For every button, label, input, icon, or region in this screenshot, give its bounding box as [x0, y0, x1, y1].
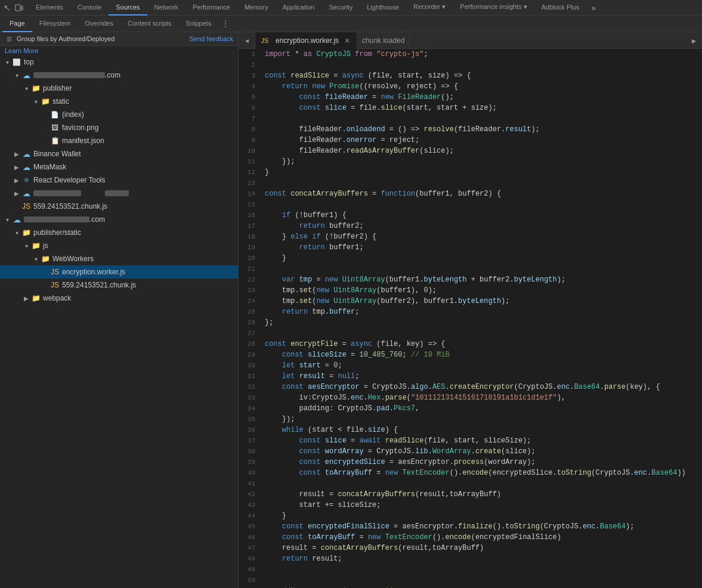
inspect-icon[interactable]: ↖ — [2, 3, 12, 13]
tree-item-domain[interactable]: ▾ ☁ .com — [0, 69, 238, 82]
subtab-snippets[interactable]: Snippets — [178, 16, 218, 32]
code-line-10: 10 fileReader.readAsArrayBuffer(slice); — [239, 146, 702, 156]
code-line-40: 40 const toArrayBuff = new TextEncoder()… — [239, 468, 702, 478]
editor-tab-chunk[interactable]: chunk loaded — [357, 32, 410, 49]
tree-item-js[interactable]: ▾ 📁 js — [0, 239, 238, 252]
subtab-overrides[interactable]: Overrides — [78, 16, 120, 32]
editor-nav-right-icon[interactable]: ▸ — [685, 32, 702, 49]
tree-item-favicon[interactable]: 🖼 favicon.png — [0, 121, 238, 134]
group-header-text: Group files by Authored/Deployed — [17, 35, 115, 42]
sub-tab-more-icon[interactable]: ⋮ — [218, 16, 233, 32]
tree-item-index[interactable]: 📄 (index) — [0, 108, 238, 121]
tab-sources[interactable]: Sources — [109, 0, 147, 16]
svg-rect-1 — [21, 6, 23, 10]
tree-arrow-pub-static: ▾ — [12, 228, 21, 237]
sources-sub-toolbar: Page Filesystem Overrides Content script… — [0, 16, 702, 32]
panel-toggle-icon[interactable]: ◂ — [239, 32, 255, 49]
tree-label-domain3 — [24, 216, 89, 222]
cloud-icon-domain3: ☁ — [12, 215, 21, 224]
tab-performance[interactable]: Performance — [185, 0, 237, 16]
tree-item-pub-static[interactable]: ▾ 📁 publisher/static — [0, 226, 238, 239]
tree-label-domain-ext: .com — [105, 71, 120, 79]
tree-label-top: top — [24, 58, 34, 66]
group-icon: ☰ — [5, 35, 13, 43]
code-line-7: 7 — [239, 113, 702, 124]
tree-item-binance[interactable]: ▶ ☁ Binance Wallet — [0, 147, 238, 160]
code-line-34: 34 padding: CryptoJS.pad.Pkcs7, — [239, 403, 702, 414]
code-line-23: 23 tmp.set(new Uint8Array(buffer1), 0); — [239, 285, 702, 296]
code-line-12: 12 } — [239, 167, 702, 178]
code-line-28: 28 const encryptFile = async (file, key)… — [239, 339, 702, 349]
send-feedback-link[interactable]: Send feedback — [190, 35, 233, 42]
tab-console[interactable]: Console — [70, 0, 109, 16]
learn-more-link[interactable]: Learn More — [0, 46, 238, 55]
code-line-50: 50 — [239, 575, 702, 586]
code-line-46: 46 const toArrayBuff = new TextEncoder()… — [239, 532, 702, 543]
tree-item-domain3[interactable]: ▾ ☁ .com — [0, 213, 238, 226]
tree-label-domain2 — [33, 190, 81, 196]
tab-adblock[interactable]: Adblock Plus — [534, 0, 587, 16]
tree-label-index: (index) — [62, 110, 84, 119]
tree-item-chunk-js[interactable]: JS 559.24153521.chunk.js — [0, 278, 238, 292]
tree-label-js: js — [43, 242, 48, 250]
code-line-21: 21 — [239, 264, 702, 274]
tab-elements[interactable]: Elements — [29, 0, 70, 16]
tree-item-chunk-top[interactable]: JS 559.24153521.chunk.js — [0, 200, 238, 213]
code-line-43: 43 start += sliceSize; — [239, 500, 702, 510]
tree-item-react[interactable]: ▶ ⚛ React Developer Tools — [0, 174, 238, 187]
main-layout: ☰ Group files by Authored/Deployed Send … — [0, 32, 702, 588]
folder-icon-publisher: 📁 — [31, 83, 41, 93]
tab-network[interactable]: Network — [147, 0, 185, 16]
tab-memory[interactable]: Memory — [237, 0, 276, 16]
tab-application[interactable]: Application — [276, 0, 322, 16]
tree-label-metamask: MetaMask — [33, 163, 66, 171]
device-icon[interactable] — [14, 3, 24, 13]
tree-item-webpack[interactable]: ▶ 📁 webpack — [0, 292, 238, 305]
tree-item-encryption-worker[interactable]: JS encryption.worker.js — [0, 265, 238, 278]
code-line-25: 25 return tmp.buffer; — [239, 307, 702, 317]
tree-arrow-domain3: ▾ — [2, 215, 12, 224]
code-line-24: 24 tmp.set(new Uint8Array(buffer2), buff… — [239, 296, 702, 307]
more-tabs-icon[interactable]: » — [586, 0, 601, 16]
tab-lighthouse[interactable]: Lighthouse — [360, 0, 406, 16]
tree-item-publisher[interactable]: ▾ 📁 publisher — [0, 82, 238, 95]
tree-label-react: React Developer Tools — [33, 176, 106, 184]
code-line-26: 26 }; — [239, 317, 702, 328]
subtab-content-scripts[interactable]: Content scripts — [120, 16, 178, 32]
code-line-20: 20 } — [239, 253, 702, 264]
tree-item-manifest[interactable]: 📋 manifest.json — [0, 134, 238, 147]
editor-tab-chunk-label: chunk loaded — [362, 36, 404, 45]
code-line-37: 37 const slice = await readSlice(file, s… — [239, 435, 702, 446]
tree-arrow-binance: ▶ — [12, 149, 21, 159]
folder-icon-js: 📁 — [31, 241, 41, 250]
folder-icon-static: 📁 — [41, 97, 50, 106]
tree-item-domain2[interactable]: ▶ ☁ — [0, 187, 238, 200]
tree-item-static[interactable]: ▾ 📁 static — [0, 95, 238, 108]
tree-arrow-metamask: ▶ — [12, 162, 21, 172]
subtab-page[interactable]: Page — [2, 16, 32, 32]
file-tree: ▾ ⬜ top ▾ ☁ .com ▾ 📁 publisher ▾ 📁 — [0, 55, 238, 588]
editor-tab-encryption[interactable]: JS encryption.worker.js × — [255, 32, 357, 49]
tree-item-webworkers[interactable]: ▾ 📁 WebWorkers — [0, 252, 238, 265]
tree-label-chunk-js: 559.24153521.chunk.js — [62, 281, 136, 289]
code-line-18: 18 } else if (!buffer2) { — [239, 231, 702, 242]
tree-arrow-domain2: ▶ — [12, 188, 21, 198]
subtab-filesystem[interactable]: Filesystem — [32, 16, 78, 32]
tree-item-top[interactable]: ▾ ⬜ top — [0, 55, 238, 69]
tree-arrow-webworkers: ▾ — [31, 254, 41, 264]
react-icon: ⚛ — [21, 175, 31, 185]
tab-security[interactable]: Security — [321, 0, 360, 16]
code-line-49: 49 — [239, 564, 702, 575]
code-line-15: 15 — [239, 199, 702, 210]
code-editor-panel: ◂ JS encryption.worker.js × chunk loaded… — [239, 32, 702, 588]
code-editor[interactable]: 1 import * as CryptoJS from "crypto-js";… — [239, 49, 702, 588]
code-line-4: 4 return new Promise((resolve, reject) =… — [239, 81, 702, 92]
tree-arrow-js: ▾ — [21, 241, 31, 250]
tab-recorder[interactable]: Recorder ▾ — [406, 0, 453, 16]
tree-label-static: static — [52, 97, 69, 106]
tree-item-metamask[interactable]: ▶ ☁ MetaMask — [0, 160, 238, 174]
code-line-48: 48 return result; — [239, 553, 702, 564]
tab-close-icon[interactable]: × — [342, 36, 352, 45]
tree-arrow-react: ▶ — [12, 175, 21, 185]
tab-performance-insights[interactable]: Performance insights ▾ — [453, 0, 534, 16]
